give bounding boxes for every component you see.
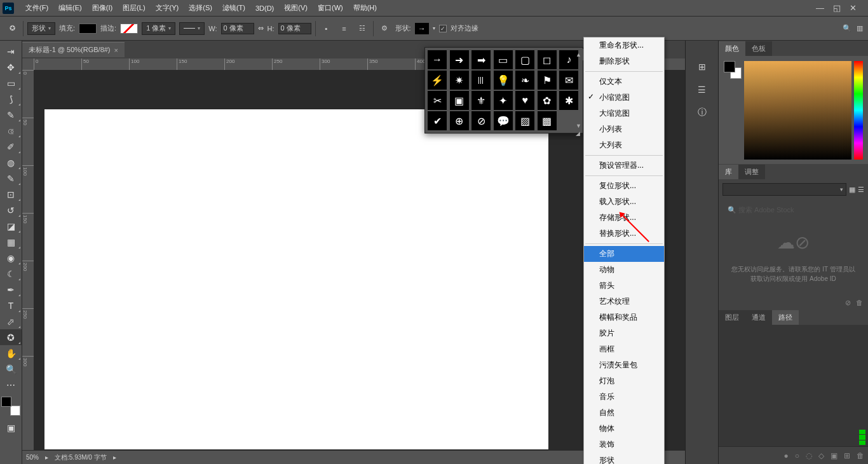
- doc-info[interactable]: 文档:5.93M/0 字节: [55, 453, 107, 462]
- dock-icon-2[interactable]: ☰: [695, 83, 709, 97]
- height-input[interactable]: [278, 23, 311, 34]
- edit-toolbar[interactable]: ⋯: [0, 377, 22, 393]
- menu-window[interactable]: 窗口(W): [313, 1, 348, 15]
- scroll-down-icon[interactable]: ▼: [576, 123, 581, 129]
- ctx-cat-shapes[interactable]: 形状: [584, 453, 664, 464]
- fill-swatch[interactable]: [79, 24, 97, 34]
- resize-handle-icon[interactable]: ◢: [576, 130, 581, 137]
- heal-tool[interactable]: ◍: [0, 154, 22, 170]
- shape-block-arrow[interactable]: ➡: [471, 50, 491, 69]
- shape-scissors[interactable]: ✂: [428, 91, 447, 110]
- workspace-icon[interactable]: ▥: [857, 24, 863, 32]
- close-icon[interactable]: ✕: [850, 3, 857, 13]
- shape-check[interactable]: ✔: [428, 111, 447, 130]
- menu-file[interactable]: 文件(F): [20, 1, 53, 15]
- new-path-icon[interactable]: ⊞: [844, 451, 850, 460]
- quickmask-tool[interactable]: ▣: [0, 420, 22, 435]
- ctx-replace[interactable]: 替换形状...: [584, 226, 664, 242]
- shape-puzzle[interactable]: ✦: [494, 91, 513, 110]
- collapse-icon[interactable]: ⇥: [0, 43, 22, 59]
- ctx-cat-grime[interactable]: 污渍矢量包: [584, 357, 664, 373]
- shape-target[interactable]: ⊕: [450, 111, 469, 130]
- dodge-tool[interactable]: ☾: [0, 266, 22, 282]
- tab-swatches[interactable]: 色板: [745, 41, 772, 56]
- ctx-small-list[interactable]: 小列表: [584, 121, 664, 137]
- shape-fleur[interactable]: ⚜: [471, 91, 491, 110]
- shape-thin-arrow[interactable]: →: [428, 50, 447, 69]
- make-path-icon[interactable]: ◇: [818, 451, 824, 460]
- ctx-cat-film[interactable]: 胶片: [584, 325, 664, 341]
- maximize-icon[interactable]: ◱: [833, 3, 841, 13]
- menu-layer[interactable]: 图层(L): [118, 1, 150, 15]
- menu-filter[interactable]: 滤镜(T): [217, 1, 250, 15]
- shape-checker[interactable]: ▩: [538, 111, 557, 130]
- delete-path-icon[interactable]: 🗑: [857, 451, 864, 460]
- tab-channels[interactable]: 通道: [745, 310, 772, 325]
- shape-leaf[interactable]: ❧: [515, 71, 534, 90]
- shape-grass[interactable]: ⫼: [471, 71, 491, 90]
- menu-image[interactable]: 图像(I): [87, 1, 118, 15]
- lasso-tool[interactable]: ⟆: [0, 91, 22, 107]
- ctx-preset-manager[interactable]: 预设管理器...: [584, 158, 664, 174]
- shape-starburst[interactable]: ✷: [450, 71, 469, 90]
- shape-preview[interactable]: →: [415, 23, 429, 34]
- shape-bold-arrow[interactable]: ➜: [450, 50, 469, 69]
- shape-hatch[interactable]: ▨: [515, 111, 534, 130]
- library-select[interactable]: ▾: [722, 183, 846, 196]
- ctx-reset[interactable]: 复位形状...: [584, 178, 664, 194]
- ctx-cat-frames[interactable]: 画框: [584, 341, 664, 357]
- trash-icon[interactable]: 🗑: [856, 299, 863, 307]
- quick-select-tool[interactable]: ✎: [0, 107, 22, 123]
- shape-frame[interactable]: ▢: [515, 50, 534, 69]
- shape-mode-select[interactable]: 形状▾: [27, 22, 55, 35]
- ctx-text-only[interactable]: 仅文本: [584, 74, 664, 90]
- dock-icon-3[interactable]: ⓘ: [695, 106, 709, 119]
- tab-adjustments[interactable]: 调整: [738, 165, 765, 179]
- ctx-large-list[interactable]: 大列表: [584, 137, 664, 153]
- dock-icon-1[interactable]: ⊞: [695, 60, 709, 74]
- shape-lightning[interactable]: ⚡: [428, 71, 447, 90]
- move-tool[interactable]: ✥: [0, 59, 22, 75]
- color-field[interactable]: [744, 61, 851, 160]
- shape-stamp[interactable]: ▣: [450, 91, 469, 110]
- menu-help[interactable]: 帮助(H): [348, 1, 382, 15]
- stroke-path-icon[interactable]: ○: [795, 451, 799, 460]
- tab-paths[interactable]: 路径: [772, 310, 799, 325]
- hand-tool[interactable]: ✋: [0, 345, 22, 361]
- ctx-cat-all[interactable]: 全部: [584, 246, 664, 262]
- shape-no[interactable]: ⊘: [471, 111, 491, 130]
- shape-banner[interactable]: ▭: [494, 50, 513, 69]
- gear-icon[interactable]: ⚙: [377, 22, 391, 36]
- marquee-tool[interactable]: ▭: [0, 75, 22, 91]
- tab-layers[interactable]: 图层: [719, 310, 745, 325]
- ctx-cat-nature[interactable]: 自然: [584, 405, 664, 421]
- stroke-style-select[interactable]: ▾: [179, 22, 205, 35]
- ctx-cat-objects[interactable]: 物体: [584, 421, 664, 437]
- shape-clover[interactable]: ✿: [538, 91, 557, 110]
- tab-libraries[interactable]: 库: [719, 165, 738, 179]
- ctx-load[interactable]: 载入形状...: [584, 194, 664, 210]
- selection-path-icon[interactable]: ◌: [806, 451, 812, 460]
- menu-select[interactable]: 选择(S): [184, 1, 217, 15]
- fill-path-icon[interactable]: ●: [784, 451, 789, 460]
- blur-tool[interactable]: ◉: [0, 250, 22, 266]
- ctx-cat-banners[interactable]: 横幅和奖品: [584, 310, 664, 325]
- align-edges-checkbox[interactable]: ✓: [439, 25, 447, 32]
- zoom-tool[interactable]: 🔍: [0, 361, 22, 377]
- library-search[interactable]: 🔍 搜索 Adobe Stock: [724, 203, 863, 217]
- panel-fgbg[interactable]: [724, 61, 742, 79]
- grid-view-icon[interactable]: ▦: [849, 186, 855, 194]
- menu-type[interactable]: 文字(Y): [151, 1, 184, 15]
- ctx-cat-music[interactable]: 音乐: [584, 389, 664, 405]
- shape-bulb[interactable]: 💡: [494, 71, 513, 90]
- ctx-cat-artistic[interactable]: 艺术纹理: [584, 294, 664, 310]
- path-select-tool[interactable]: ⬀: [0, 313, 22, 329]
- stroke-width-select[interactable]: 1 像素▾: [142, 22, 175, 35]
- ctx-cat-ornaments[interactable]: 装饰: [584, 437, 664, 453]
- history-brush-tool[interactable]: ↺: [0, 202, 22, 218]
- width-input[interactable]: [221, 23, 254, 34]
- color-swatches[interactable]: [1, 397, 20, 416]
- shape-speech[interactable]: 💬: [494, 111, 513, 130]
- pen-tool[interactable]: ✒: [0, 282, 22, 297]
- arrange-icon[interactable]: ☷: [355, 22, 369, 36]
